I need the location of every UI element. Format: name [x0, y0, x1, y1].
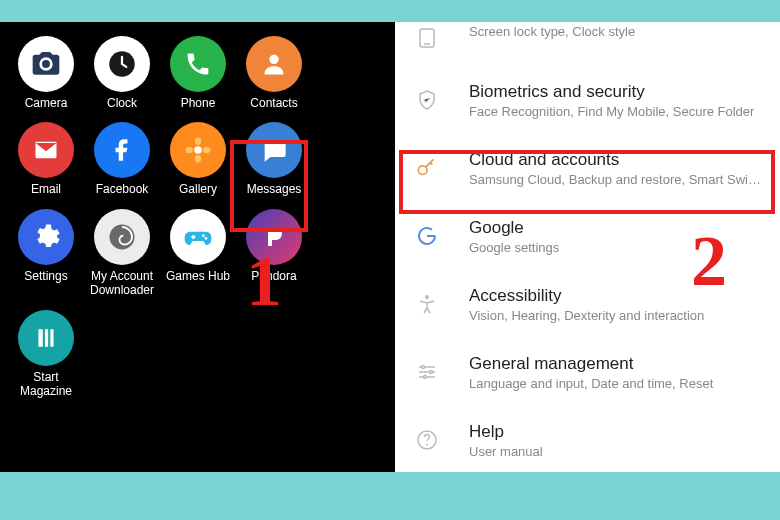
svg-point-1: [269, 55, 278, 64]
camera-icon: [30, 48, 62, 80]
svg-point-22: [426, 444, 428, 446]
svg-point-9: [202, 234, 205, 237]
settings-item-general[interactable]: General management Language and input, D…: [395, 338, 780, 406]
step-number-1: 1: [246, 240, 282, 323]
google-icon: [413, 222, 441, 250]
sliders-icon: [413, 358, 441, 386]
app-label: Games Hub: [166, 269, 230, 283]
settings-title: General management: [469, 354, 762, 374]
app-label: Messages: [247, 182, 302, 196]
svg-point-5: [195, 155, 201, 163]
app-label: Camera: [25, 96, 68, 110]
phone-icon: [184, 50, 212, 78]
key-icon: [413, 154, 441, 182]
app-label: Contacts: [250, 96, 297, 110]
settings-item-help[interactable]: Help User manual: [395, 406, 780, 474]
settings-subtitle: Screen lock type, Clock style: [469, 24, 762, 39]
clock-icon: [105, 47, 139, 81]
svg-point-4: [195, 138, 201, 146]
svg-point-3: [194, 147, 202, 155]
app-drawer: Camera Clock Phone Contacts: [0, 22, 395, 472]
app-label: Facebook: [96, 182, 149, 196]
settings-item-cloud-accounts[interactable]: Cloud and accounts Samsung Cloud, Backup…: [395, 134, 780, 202]
message-icon: [260, 136, 288, 164]
app-label: Settings: [24, 269, 67, 283]
app-label: Gallery: [179, 182, 217, 196]
svg-point-18: [422, 366, 425, 369]
settings-title: Cloud and accounts: [469, 150, 762, 170]
person-icon: [260, 50, 288, 78]
settings-panel: Screen lock type, Clock style Biometrics…: [395, 22, 780, 472]
lockscreen-icon: [413, 24, 441, 52]
svg-point-10: [205, 237, 208, 240]
settings-subtitle: Samsung Cloud, Backup and restore, Smart…: [469, 172, 762, 187]
app-label: Phone: [181, 96, 216, 110]
app-label: Email: [31, 182, 61, 196]
svg-point-20: [424, 376, 427, 379]
app-email[interactable]: Email: [8, 122, 84, 196]
app-camera[interactable]: Camera: [8, 36, 84, 110]
email-icon: [32, 136, 60, 164]
app-gallery[interactable]: Gallery: [160, 122, 236, 196]
settings-subtitle: Vision, Hearing, Dexterity and interacti…: [469, 308, 762, 323]
facebook-icon: [109, 137, 135, 163]
magazine-icon: [33, 325, 59, 351]
spiral-icon: [107, 222, 137, 252]
settings-title: Help: [469, 422, 762, 442]
svg-point-7: [203, 147, 211, 153]
app-contacts[interactable]: Contacts: [236, 36, 312, 110]
gamepad-icon: [182, 221, 214, 253]
app-games-hub[interactable]: Games Hub: [160, 209, 236, 298]
settings-item-lockscreen[interactable]: Screen lock type, Clock style: [395, 22, 780, 66]
settings-subtitle: Face Recognition, Find My Mobile, Secure…: [469, 104, 762, 119]
app-label: My Account Downloader: [85, 269, 159, 298]
step-number-2: 2: [691, 220, 727, 303]
app-clock[interactable]: Clock: [84, 36, 160, 110]
svg-point-13: [418, 166, 427, 175]
settings-item-biometrics[interactable]: Biometrics and security Face Recognition…: [395, 66, 780, 134]
svg-point-8: [110, 224, 135, 249]
app-start-magazine[interactable]: Start Magazine: [8, 310, 84, 399]
app-settings[interactable]: Settings: [8, 209, 84, 298]
settings-subtitle: User manual: [469, 444, 762, 459]
app-myaccount-downloader[interactable]: My Account Downloader: [84, 209, 160, 298]
settings-title: Biometrics and security: [469, 82, 762, 102]
app-label: Start Magazine: [9, 370, 83, 399]
app-facebook[interactable]: Facebook: [84, 122, 160, 196]
app-phone[interactable]: Phone: [160, 36, 236, 110]
app-messages[interactable]: Messages: [236, 122, 312, 196]
shield-icon: [413, 86, 441, 114]
flower-icon: [183, 135, 213, 165]
svg-point-6: [186, 147, 194, 153]
svg-point-14: [425, 295, 429, 299]
settings-subtitle: Language and input, Date and time, Reset: [469, 376, 762, 391]
accessibility-icon: [413, 290, 441, 318]
help-icon: [413, 426, 441, 454]
svg-point-19: [430, 371, 433, 374]
app-label: Clock: [107, 96, 137, 110]
gear-icon: [31, 222, 61, 252]
